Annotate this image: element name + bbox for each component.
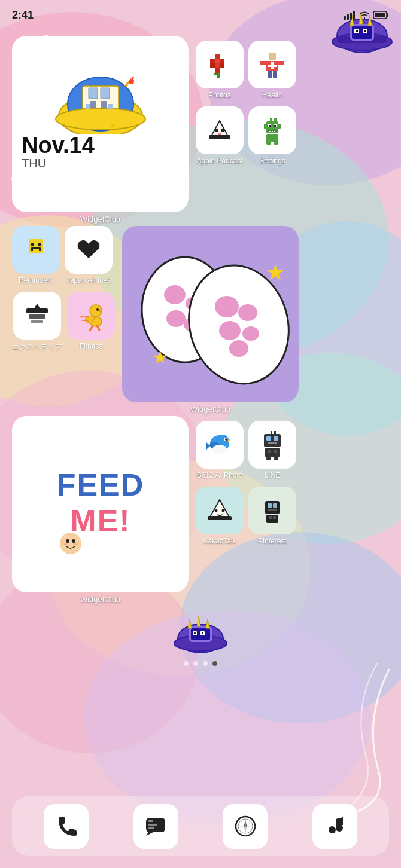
svg-point-116 (219, 321, 241, 340)
svg-rect-84 (274, 141, 278, 145)
svg-rect-72 (270, 118, 272, 123)
svg-point-125 (66, 539, 69, 543)
settings-app[interactable]: Settings (248, 106, 296, 165)
pinterest-label: Pinterest (258, 537, 286, 545)
calendar-widget[interactable]: ★ Nov.14 THU (12, 36, 189, 212)
signal-icon (344, 10, 356, 20)
line-app[interactable]: LINE (248, 421, 296, 479)
svg-rect-144 (271, 431, 272, 435)
svg-rect-48 (215, 68, 220, 73)
svg-point-115 (238, 304, 257, 321)
calendar-date: Nov.14 (22, 134, 179, 157)
mascot-bottom (168, 609, 233, 656)
calendar-widget-label: WidgetClub (80, 215, 120, 224)
settings-label: Settings (259, 157, 285, 165)
svg-rect-47 (220, 63, 224, 68)
svg-rect-66 (221, 129, 224, 132)
pinterest-app[interactable]: Pinterest (248, 487, 296, 545)
svg-rect-81 (274, 131, 275, 132)
svg-marker-175 (206, 619, 209, 628)
svg-rect-146 (265, 448, 280, 457)
reminders-app[interactable]: Reminders (12, 226, 60, 285)
svg-rect-58 (273, 71, 277, 78)
podcast-app[interactable]: Apple Podcast (196, 106, 244, 165)
line-label: LINE (265, 471, 281, 479)
svg-point-128 (73, 543, 78, 545)
svg-rect-49 (215, 59, 220, 63)
svg-rect-39 (108, 104, 113, 109)
svg-rect-149 (266, 457, 271, 460)
fitness-app[interactable]: Fitness (67, 292, 115, 352)
svg-rect-60 (268, 65, 277, 67)
b612-app[interactable]: B612 AI Photo (196, 421, 244, 479)
svg-point-117 (242, 326, 259, 341)
svg-rect-23 (344, 16, 346, 20)
home-screen: ★ Nov.14 THU WidgetClub (0, 30, 401, 868)
svg-rect-34 (101, 88, 110, 99)
svg-point-101 (96, 308, 99, 311)
svg-rect-140 (264, 434, 281, 447)
svg-rect-64 (209, 135, 230, 139)
svg-point-126 (72, 539, 75, 543)
svg-marker-174 (197, 616, 200, 626)
svg-point-37 (56, 108, 145, 130)
svg-rect-43 (210, 59, 215, 63)
eggs-widget[interactable]: ★ ★ (122, 226, 299, 402)
svg-rect-90 (31, 249, 33, 251)
svg-rect-150 (274, 457, 278, 460)
svg-rect-24 (347, 14, 349, 20)
status-time: 2:41 (12, 9, 34, 22)
battery-icon (373, 11, 389, 19)
page-dot-4 (212, 661, 217, 666)
svg-point-135 (226, 438, 227, 439)
svg-rect-57 (268, 71, 272, 78)
svg-rect-18 (356, 30, 358, 32)
svg-rect-96 (31, 320, 43, 323)
svg-rect-45 (215, 63, 220, 68)
svg-rect-164 (273, 516, 276, 519)
svg-rect-53 (269, 53, 276, 60)
svg-rect-25 (350, 13, 352, 20)
svg-rect-83 (266, 141, 271, 145)
photos-app[interactable]: Photos (196, 41, 244, 99)
health-app[interactable]: Health (248, 41, 296, 99)
svg-rect-161 (268, 509, 277, 511)
svg-point-156 (222, 509, 225, 512)
jal-label: Japan Airlines (66, 276, 111, 285)
page-dot-3 (203, 661, 208, 666)
calendar-illustration: ★ (50, 71, 151, 134)
svg-rect-51 (214, 73, 218, 75)
svg-rect-26 (353, 11, 355, 20)
feedme-widget-label: WidgetClub (80, 595, 120, 604)
svg-rect-65 (215, 129, 218, 132)
svg-marker-173 (188, 619, 192, 628)
page-indicator (12, 661, 389, 666)
b612-label: B612 AI Photo (197, 471, 243, 479)
svg-rect-79 (269, 131, 271, 132)
svg-point-118 (229, 340, 248, 357)
svg-rect-70 (264, 124, 268, 129)
jal-app[interactable]: Japan Airlines (65, 226, 113, 285)
svg-rect-33 (89, 88, 98, 99)
svg-text:★: ★ (110, 121, 116, 130)
feedme-widget[interactable]: FEED ME! (12, 416, 189, 592)
svg-rect-86 (29, 239, 43, 253)
svg-rect-56 (278, 61, 284, 65)
photos-label: Photos (208, 91, 230, 99)
svg-text:FEED: FEED (56, 467, 144, 502)
svg-rect-29 (375, 13, 385, 17)
svg-rect-162 (266, 515, 278, 523)
expedia-app[interactable]: エクスペディア (12, 292, 62, 352)
svg-rect-82 (266, 134, 278, 142)
health-label: Health (262, 91, 283, 99)
kakao-label: KakaoTalk (203, 537, 236, 545)
svg-rect-28 (387, 13, 388, 17)
svg-rect-141 (266, 436, 271, 441)
kakao-app[interactable]: KakaoTalk (196, 487, 244, 545)
svg-rect-87 (31, 243, 34, 246)
svg-rect-160 (273, 503, 277, 508)
eggs-widget-label: WidgetClub (190, 405, 230, 414)
svg-rect-154 (208, 516, 232, 520)
svg-rect-171 (194, 632, 196, 634)
status-bar: 2:41 (0, 0, 401, 30)
